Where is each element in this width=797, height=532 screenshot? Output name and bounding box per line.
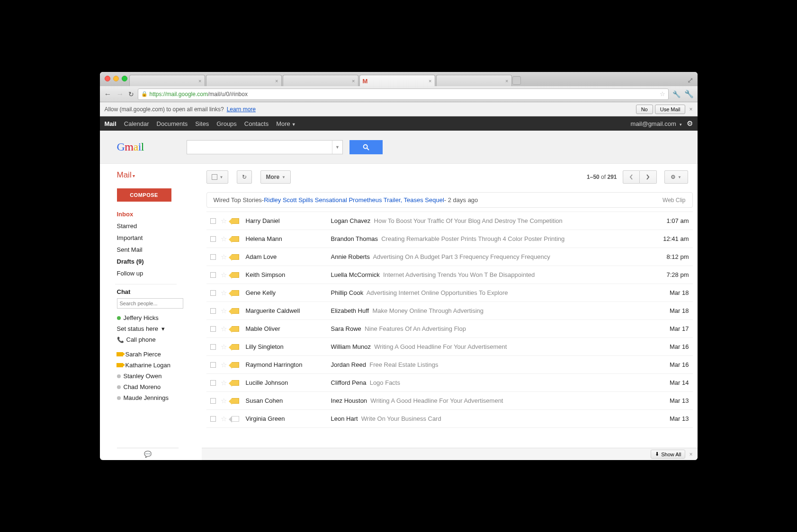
browser-tab[interactable]: × — [129, 75, 205, 86]
bottom-bar-close-icon[interactable]: × — [689, 451, 692, 458]
importance-marker[interactable] — [232, 344, 239, 350]
gbar-sites[interactable]: Sites — [195, 120, 209, 127]
webclip-link[interactable]: Ridley Scott Spills Sensational Promethe… — [264, 196, 444, 204]
mail-row[interactable]: ☆Gene KellyPhillip Cook Advertising Inte… — [206, 284, 693, 302]
select-all-button[interactable]: ▼ — [206, 170, 229, 184]
wrench-menu-icon[interactable]: 🔧 — [684, 89, 694, 98]
more-button[interactable]: More▼ — [260, 170, 291, 184]
sidebar-folder[interactable]: Important — [117, 232, 202, 244]
row-checkbox[interactable] — [210, 254, 216, 260]
mail-row[interactable]: ☆Helena MannBrandon Thomas Creating Rema… — [206, 230, 693, 248]
settings-gear-button[interactable]: ⚙▼ — [664, 170, 688, 184]
tab-close-icon[interactable]: × — [429, 78, 431, 84]
bookmark-star-icon[interactable]: ☆ — [660, 90, 665, 98]
browser-tab[interactable]: × — [206, 75, 282, 86]
star-icon[interactable]: ☆ — [221, 271, 227, 279]
importance-marker[interactable] — [232, 416, 239, 422]
row-checkbox[interactable] — [210, 236, 216, 242]
browser-tab[interactable]: × — [436, 75, 512, 86]
back-button[interactable]: ← — [104, 90, 112, 98]
sidebar-folder[interactable]: Inbox — [100, 208, 202, 220]
reload-button[interactable]: ↻ — [128, 90, 134, 98]
sidebar-folder[interactable]: Starred — [117, 220, 202, 232]
mail-row[interactable]: ☆Virginia GreenLeon Hart Write On Your B… — [206, 410, 693, 428]
mail-row[interactable]: ☆Harry DanielLogan Chavez How To Boost Y… — [206, 212, 693, 230]
gbar-more[interactable]: More▼ — [276, 120, 296, 127]
sidebar-folder[interactable]: Follow up — [117, 267, 202, 279]
row-checkbox[interactable] — [210, 290, 216, 296]
gbar-documents[interactable]: Documents — [157, 120, 188, 127]
mail-row[interactable]: ☆Adam LoveAnnie Roberts Advertising On A… — [206, 248, 693, 266]
chat-self[interactable]: Jeffery Hicks — [117, 312, 202, 323]
tab-close-icon[interactable]: × — [505, 78, 508, 84]
tab-close-icon[interactable]: × — [275, 78, 278, 84]
chat-contact[interactable]: Chad Moreno — [125, 381, 202, 392]
row-checkbox[interactable] — [210, 362, 216, 368]
star-icon[interactable]: ☆ — [221, 289, 227, 297]
refresh-button[interactable]: ↻ — [237, 170, 252, 184]
gear-icon[interactable]: ⚙ — [687, 119, 693, 128]
importance-marker[interactable] — [232, 308, 239, 314]
new-tab-button[interactable] — [512, 76, 521, 85]
infobar-no-button[interactable]: No — [636, 105, 653, 114]
star-icon[interactable]: ☆ — [221, 361, 227, 369]
compose-button[interactable]: COMPOSE — [117, 188, 171, 202]
importance-marker[interactable] — [232, 398, 239, 404]
chat-contact[interactable]: Maude Jennings — [125, 392, 202, 403]
zoom-window-button[interactable] — [122, 76, 127, 81]
browser-tab[interactable]: × — [283, 75, 358, 86]
mail-dropdown[interactable]: Mail▾ — [117, 170, 202, 180]
mail-row[interactable]: ☆Mable OliverSara Rowe Nine Features Of … — [206, 320, 693, 338]
row-checkbox[interactable] — [210, 308, 216, 314]
row-checkbox[interactable] — [210, 272, 216, 278]
star-icon[interactable]: ☆ — [221, 253, 227, 261]
gbar-contacts[interactable]: Contacts — [244, 120, 269, 127]
star-icon[interactable]: ☆ — [221, 217, 227, 225]
chat-contact[interactable]: Stanley Owen — [125, 371, 202, 381]
close-window-button[interactable] — [105, 76, 110, 81]
set-status[interactable]: Set status here ▾ — [117, 323, 202, 334]
gbar-groups[interactable]: Groups — [216, 120, 237, 127]
minimize-window-button[interactable] — [113, 76, 119, 81]
importance-marker[interactable] — [232, 236, 239, 242]
row-checkbox[interactable] — [210, 416, 216, 422]
importance-marker[interactable] — [232, 254, 239, 260]
star-icon[interactable]: ☆ — [221, 307, 227, 315]
row-checkbox[interactable] — [210, 218, 216, 224]
mail-row[interactable]: ☆Susan CohenInez Houston Writing A Good … — [206, 392, 693, 410]
search-input[interactable]: ▼ — [187, 140, 343, 154]
importance-marker[interactable] — [232, 218, 239, 224]
importance-marker[interactable] — [232, 326, 239, 332]
prev-page-button[interactable] — [623, 170, 640, 184]
importance-marker[interactable] — [232, 362, 239, 368]
search-button[interactable] — [349, 140, 383, 154]
infobar-close-icon[interactable]: × — [689, 106, 692, 113]
star-icon[interactable]: ☆ — [221, 415, 227, 423]
star-icon[interactable]: ☆ — [221, 379, 227, 387]
mail-row[interactable]: ☆Lucille JohnsonClifford Pena Logo Facts… — [206, 374, 693, 392]
importance-marker[interactable] — [232, 290, 239, 296]
url-field[interactable]: 🔒 https://mail.google.com/mail/u/0/#inbo… — [138, 89, 669, 100]
row-checkbox[interactable] — [210, 380, 216, 386]
star-icon[interactable]: ☆ — [221, 397, 227, 405]
mail-row[interactable]: ☆Raymond HarringtonJordan Reed Free Real… — [206, 356, 693, 374]
mail-row[interactable]: ☆Keith SimpsonLuella McCormick Internet … — [206, 266, 693, 284]
next-page-button[interactable] — [640, 170, 657, 184]
chat-bottom-bar[interactable]: 💬 — [117, 448, 179, 460]
mail-row[interactable]: ☆Lilly SingletonWilliam Munoz Writing A … — [206, 338, 693, 356]
row-checkbox[interactable] — [210, 344, 216, 350]
browser-tab-active[interactable]: M× — [359, 75, 435, 86]
gbar-calendar[interactable]: Calendar — [124, 120, 149, 127]
row-checkbox[interactable] — [210, 326, 216, 332]
star-icon[interactable]: ☆ — [221, 325, 227, 333]
call-phone[interactable]: 📞Call phone — [125, 334, 202, 345]
gbar-mail[interactable]: Mail — [105, 120, 116, 127]
tab-close-icon[interactable]: × — [352, 78, 355, 84]
importance-marker[interactable] — [232, 380, 239, 386]
account-email[interactable]: mail@gmail.com ▾ — [631, 120, 682, 127]
mail-row[interactable]: ☆Marguerite CaldwellElizabeth Huff Make … — [206, 302, 693, 320]
sidebar-folder[interactable]: Drafts (9) — [117, 256, 202, 267]
star-icon[interactable]: ☆ — [221, 343, 227, 351]
row-checkbox[interactable] — [210, 398, 216, 404]
chat-contact[interactable]: Sarah Pierce — [125, 349, 202, 360]
